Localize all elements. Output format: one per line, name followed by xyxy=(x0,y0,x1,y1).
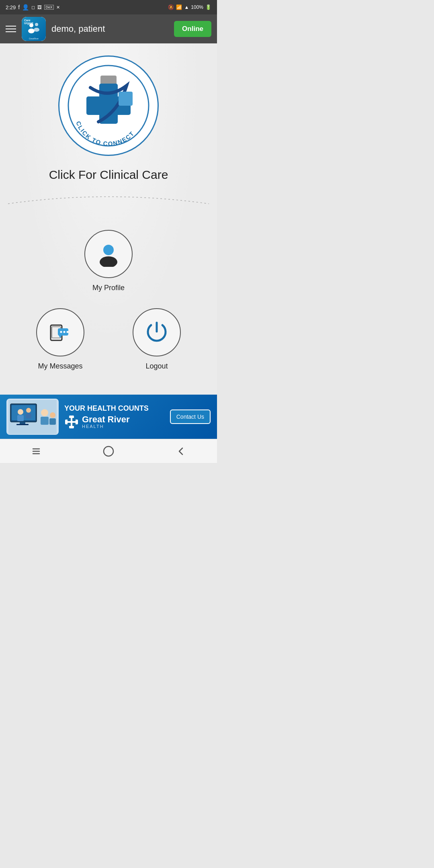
ad-contact-button[interactable]: Contact Us xyxy=(170,409,211,424)
back-button[interactable] xyxy=(169,443,193,459)
online-status-button[interactable]: Online xyxy=(174,21,211,37)
svg-point-1 xyxy=(28,29,35,33)
svg-point-25 xyxy=(26,408,31,413)
messages-icon xyxy=(47,319,74,346)
menu-bottom: My Messages Logout xyxy=(12,308,205,371)
status-left: 2:29 f 👤 ◻ 🖼 DeX ✕ xyxy=(6,4,60,10)
ad-image xyxy=(6,399,59,435)
logo-greatriver-text: GreatRiver xyxy=(29,37,39,40)
header-title: demo, patient xyxy=(51,24,168,34)
dotted-divider xyxy=(8,190,209,206)
brand-name-area: Great River HEALTH xyxy=(82,415,130,429)
svg-point-31 xyxy=(50,412,55,418)
svg-rect-34 xyxy=(65,420,78,424)
my-messages-label: My Messages xyxy=(38,362,82,371)
app-header: CareUrgent GreatRiver demo, patient Onli… xyxy=(0,14,217,43)
signal-icon: ▲ xyxy=(184,4,189,10)
power-icon xyxy=(144,319,170,345)
facebook-icon: f xyxy=(18,4,20,10)
svg-rect-36 xyxy=(72,418,76,421)
battery-icon: 🔋 xyxy=(205,4,211,10)
battery-display: 100% xyxy=(191,4,203,10)
svg-rect-26 xyxy=(26,414,31,418)
svg-point-18 xyxy=(67,331,69,333)
svg-point-3 xyxy=(34,28,39,32)
menu-top: My Profile xyxy=(84,230,133,292)
profile-icon xyxy=(96,241,121,267)
main-content: CLICK TO CONNECT Click For Clinical Care… xyxy=(0,43,217,395)
svg-rect-30 xyxy=(41,417,49,425)
home-button[interactable] xyxy=(96,443,121,459)
svg-rect-8 xyxy=(119,92,133,106)
svg-point-16 xyxy=(60,331,62,333)
logout-item[interactable]: Logout xyxy=(133,308,181,371)
svg-rect-37 xyxy=(68,423,71,426)
svg-rect-32 xyxy=(49,418,56,425)
main-title: Click For Clinical Care xyxy=(49,168,168,182)
svg-rect-28 xyxy=(16,424,29,425)
click-to-connect-svg: CLICK TO CONNECT xyxy=(66,63,151,148)
svg-rect-42 xyxy=(104,446,113,456)
svg-point-11 xyxy=(100,256,117,267)
app-logo: CareUrgent GreatRiver xyxy=(22,17,46,41)
recent-apps-button[interactable] xyxy=(24,443,48,459)
my-profile-label: My Profile xyxy=(92,284,125,292)
ad-tagline: YOUR HEALTH COUNTS xyxy=(64,404,164,413)
ad-photo-svg xyxy=(8,400,57,434)
svg-point-10 xyxy=(103,245,114,255)
ad-content: YOUR HEALTH COUNTS Great River HEALTH xyxy=(64,404,164,429)
hamburger-menu[interactable] xyxy=(6,26,16,32)
recent-apps-icon xyxy=(31,446,42,457)
time-display: 2:29 xyxy=(6,4,16,10)
ad-brand-sub: HEALTH xyxy=(82,424,130,429)
status-right: 🔕 📶 ▲ 100% 🔋 xyxy=(168,4,211,10)
home-icon xyxy=(102,445,115,457)
svg-point-2 xyxy=(35,23,38,26)
close-icon: ✕ xyxy=(56,5,60,10)
svg-point-17 xyxy=(63,331,66,333)
click-to-connect-logo[interactable]: CLICK TO CONNECT xyxy=(58,55,159,156)
nav-bar xyxy=(0,439,217,463)
dex-icon: DeX xyxy=(44,5,54,10)
photo-icon: 🖼 xyxy=(37,5,42,10)
mute-icon: 🔕 xyxy=(168,4,174,10)
svg-point-29 xyxy=(41,409,48,416)
ad-logo-area: Great River HEALTH xyxy=(64,415,164,429)
logo-urgent-text: CareUrgent xyxy=(24,19,33,25)
logout-circle[interactable] xyxy=(133,308,181,356)
my-messages-circle[interactable] xyxy=(36,308,84,356)
wifi-icon: 📶 xyxy=(176,4,182,10)
svg-text:CLICK TO CONNECT: CLICK TO CONNECT xyxy=(75,120,135,147)
back-icon xyxy=(175,446,186,457)
svg-rect-35 xyxy=(68,418,71,421)
ad-brand-name: Great River xyxy=(82,415,130,424)
svg-rect-24 xyxy=(17,415,24,421)
my-messages-item[interactable]: My Messages xyxy=(36,308,84,371)
svg-rect-27 xyxy=(20,422,25,424)
gr-logo-icon xyxy=(64,415,79,429)
instagram-icon: ◻ xyxy=(31,5,35,10)
ad-banner[interactable]: YOUR HEALTH COUNTS Great River HEALTH Co… xyxy=(0,395,217,439)
my-profile-circle[interactable] xyxy=(84,230,133,278)
status-bar: 2:29 f 👤 ◻ 🖼 DeX ✕ 🔕 📶 ▲ 100% 🔋 xyxy=(0,0,217,14)
my-profile-item[interactable]: My Profile xyxy=(84,230,133,292)
person-icon: 👤 xyxy=(22,4,29,10)
svg-point-23 xyxy=(18,409,23,415)
svg-rect-38 xyxy=(72,423,76,426)
logout-label: Logout xyxy=(145,362,168,371)
